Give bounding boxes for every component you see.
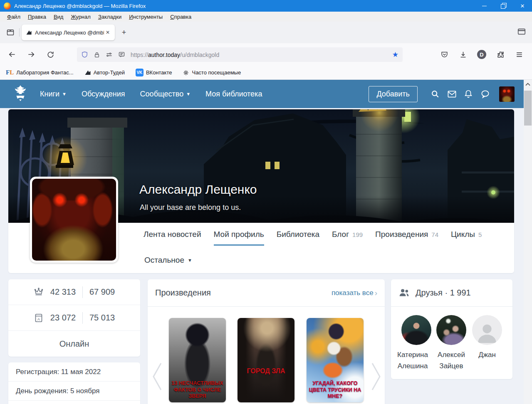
profile-avatar[interactable] xyxy=(30,177,118,263)
bookmark-fantlab[interactable]: FL Лаборатория Фантас... xyxy=(6,69,74,76)
menu-bookmarks[interactable]: Закладки xyxy=(94,12,125,21)
menu-edit[interactable]: Правка xyxy=(24,12,50,21)
friend-name[interactable]: Джан xyxy=(468,349,506,360)
book-title: УГАДАЙ, КАКОГО ЦВЕТА ТРУСИКИ НА МНЕ? xyxy=(308,380,362,400)
book-cover[interactable]: УГАДАЙ, КАКОГО ЦВЕТА ТРУСИКИ НА МНЕ? xyxy=(307,318,364,402)
page-scrollbar[interactable] xyxy=(524,80,532,404)
search-button[interactable] xyxy=(427,86,443,102)
book-cover[interactable]: 13 НЕСЧАСТЛИВЫХ ФАКТОВ О ЧИСЛЕ ЗВЕРЯ xyxy=(169,318,226,402)
friend-name[interactable]: Катерина Алешина xyxy=(396,349,429,372)
friend-avatar[interactable] xyxy=(401,315,431,345)
carousel-next-button[interactable] xyxy=(370,362,383,393)
downloads-button[interactable] xyxy=(457,49,469,60)
tab-close-icon[interactable]: ✕ xyxy=(104,29,111,36)
friends-icon xyxy=(398,287,410,298)
restore-button[interactable] xyxy=(494,0,513,12)
crown-icon xyxy=(34,287,44,297)
friend-avatar[interactable] xyxy=(472,315,502,345)
menu-file[interactable]: Файл xyxy=(3,12,24,21)
page-viewport: Книги▼ Обсуждения Сообщество▼ Моя библио… xyxy=(0,80,532,404)
nav-books[interactable]: Книги▼ xyxy=(40,90,67,99)
chevron-left-icon xyxy=(150,362,163,392)
extension-badge-button[interactable]: D xyxy=(476,49,487,60)
chevron-right-icon: › xyxy=(375,288,377,298)
tab-separator xyxy=(19,28,20,37)
menu-tools[interactable]: Инструменты xyxy=(125,12,166,21)
user-avatar[interactable] xyxy=(499,86,515,102)
extensions-button[interactable] xyxy=(495,49,506,60)
firefox-view-icon xyxy=(6,28,15,37)
friends-title: Друзья · 1 991 xyxy=(416,288,471,298)
bookmark-vkontakte[interactable]: VK ВКонтакте xyxy=(136,69,172,76)
back-button[interactable] xyxy=(6,49,18,60)
bookmark-frequently-visited[interactable]: Часто посещаемые xyxy=(183,69,241,76)
url-text: https://author.today/u/dmblackgold xyxy=(131,52,389,58)
scroll-up-arrow[interactable] xyxy=(524,81,532,88)
carousel-prev-button[interactable] xyxy=(150,362,163,393)
speech-bubble-icon xyxy=(480,89,490,99)
active-tab[interactable]: Александр Лещенко @dmblac ✕ xyxy=(22,25,115,40)
page-comment-icon[interactable] xyxy=(118,51,125,58)
chevron-right-icon xyxy=(370,362,383,392)
minimize-button[interactable] xyxy=(475,0,494,12)
nav-community[interactable]: Сообщество▼ xyxy=(140,90,191,99)
chat-button[interactable] xyxy=(477,86,493,102)
author-today-logo[interactable] xyxy=(11,84,30,104)
friend-avatar[interactable] xyxy=(436,315,466,345)
menu-bar: Файл Правка Вид Журнал Закладки Инструме… xyxy=(0,12,532,22)
tab-my-profile[interactable]: Мой профиль xyxy=(214,230,264,246)
notifications-button[interactable] xyxy=(460,86,477,102)
add-button[interactable]: Добавить xyxy=(369,86,418,102)
show-all-link[interactable]: показать все› xyxy=(332,288,377,298)
close-button[interactable]: ✕ xyxy=(513,0,532,12)
profile-tagline: All your base are belong to us. xyxy=(140,203,241,212)
chevron-down-icon: ▼ xyxy=(186,91,191,96)
nav-my-library[interactable]: Моя библиотека xyxy=(205,90,262,99)
download-icon xyxy=(459,51,467,59)
book-cover[interactable]: ГОРОД ЗЛА xyxy=(238,318,294,402)
menu-view[interactable]: Вид xyxy=(50,12,67,21)
site-nav: Книги▼ Обсуждения Сообщество▼ Моя библио… xyxy=(40,90,262,99)
list-all-tabs-button[interactable] xyxy=(517,27,526,38)
divider xyxy=(82,286,83,298)
permissions-icon[interactable] xyxy=(106,51,113,58)
svg-text:A: A xyxy=(37,317,40,321)
stat-works: 23 072 xyxy=(50,313,76,323)
address-bar[interactable]: https://author.today/u/dmblackgold ★ xyxy=(77,47,403,62)
tab-library[interactable]: Библиотека xyxy=(277,230,319,244)
profile-header-card: Александр Лещенко All your base are belo… xyxy=(8,109,514,273)
window-icon xyxy=(517,27,526,36)
app-menu-button[interactable] xyxy=(513,49,525,60)
bookmark-star-icon[interactable]: ★ xyxy=(392,50,398,59)
bookmark-author-today[interactable]: Автор-Тудей xyxy=(84,69,125,76)
nav-discussions[interactable]: Обсуждения xyxy=(82,90,125,99)
tracking-shield-icon[interactable] xyxy=(81,51,88,58)
browser-window: Александр Лещенко @dmblackgold — Mozilla… xyxy=(0,0,532,404)
bell-icon xyxy=(464,89,473,99)
bookmarks-toolbar: FL Лаборатория Фантас... Автор-Тудей VK … xyxy=(0,66,532,80)
friend-name[interactable]: Алексей Зайцев xyxy=(432,349,470,372)
restore-icon xyxy=(501,4,505,8)
registration-row: Регистрация: 11 мая 2022 xyxy=(8,362,140,382)
tab-more[interactable]: Остальное▼ xyxy=(144,256,192,265)
chevron-down-icon: ▼ xyxy=(62,91,67,96)
scrollbar-thumb[interactable] xyxy=(524,91,532,126)
forward-button[interactable] xyxy=(25,49,37,60)
tab-cycles[interactable]: Циклы5 xyxy=(451,230,482,244)
tab-title: Александр Лещенко @dmblac xyxy=(35,30,104,36)
friends-card: Друзья · 1 991 Катерина Алешина Алексей … xyxy=(391,279,512,379)
tab-news-feed[interactable]: Лента новостей xyxy=(144,230,201,244)
menu-help[interactable]: Справка xyxy=(166,12,195,21)
menu-history[interactable]: Журнал xyxy=(67,12,94,21)
new-tab-button[interactable]: + xyxy=(118,27,130,38)
tab-blog[interactable]: Блог199 xyxy=(332,230,363,244)
pocket-button[interactable] xyxy=(438,49,450,60)
firefox-view-button[interactable] xyxy=(5,27,16,38)
messages-button[interactable] xyxy=(443,86,460,102)
lock-icon[interactable] xyxy=(94,52,100,58)
tab-works[interactable]: Произведения74 xyxy=(375,230,438,244)
tab-strip: Александр Лещенко @dmblac ✕ + xyxy=(0,22,532,43)
reload-button[interactable] xyxy=(45,49,56,60)
works-header: Произведения показать все› xyxy=(148,279,385,307)
birthday-row: День рождения: 5 ноября xyxy=(8,382,140,401)
